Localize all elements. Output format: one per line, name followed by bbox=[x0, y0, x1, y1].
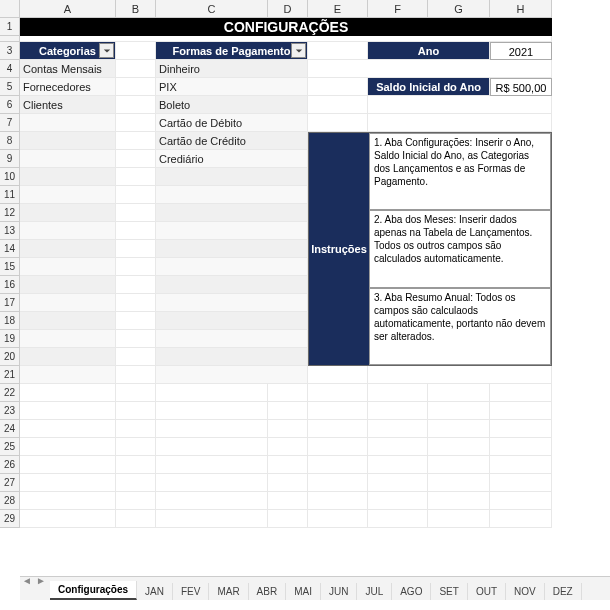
categoria-item[interactable] bbox=[20, 348, 116, 366]
row-header-9[interactable]: 9 bbox=[0, 150, 20, 168]
row-header-15[interactable]: 15 bbox=[0, 258, 20, 276]
categoria-item[interactable] bbox=[20, 150, 116, 168]
row-header-17[interactable]: 17 bbox=[0, 294, 20, 312]
row-header-12[interactable]: 12 bbox=[0, 204, 20, 222]
sheet-tab-configurações[interactable]: Configurações bbox=[50, 581, 137, 600]
forma-item[interactable] bbox=[156, 348, 308, 366]
forma-item[interactable]: Cartão de Crédito bbox=[156, 132, 308, 150]
categoria-item[interactable] bbox=[20, 312, 116, 330]
forma-item[interactable] bbox=[156, 276, 308, 294]
forma-item[interactable] bbox=[156, 186, 308, 204]
spreadsheet-grid: ABCDEFGH 1234567891011121314151617181920… bbox=[0, 0, 610, 610]
forma-item[interactable]: Cartão de Débito bbox=[156, 114, 308, 132]
row-header-5[interactable]: 5 bbox=[0, 78, 20, 96]
categoria-item[interactable] bbox=[20, 222, 116, 240]
categoria-item[interactable]: Fornecedores bbox=[20, 78, 116, 96]
categoria-item[interactable]: Clientes bbox=[20, 96, 116, 114]
tab-prev-icon[interactable]: ◄ bbox=[22, 575, 32, 586]
saldo-value[interactable]: R$ 500,00 bbox=[490, 78, 552, 96]
forma-item[interactable]: Crediário bbox=[156, 150, 308, 168]
sheet-tab-set[interactable]: SET bbox=[431, 583, 467, 600]
col-header-B[interactable]: B bbox=[116, 0, 156, 18]
sheet-tab-abr[interactable]: ABR bbox=[249, 583, 287, 600]
forma-item[interactable] bbox=[156, 168, 308, 186]
row-header-23[interactable]: 23 bbox=[0, 402, 20, 420]
row-header-28[interactable]: 28 bbox=[0, 492, 20, 510]
formas-header[interactable]: Formas de Pagamento bbox=[156, 42, 308, 60]
cell-content[interactable]: CONFIGURAÇÕESCategoriasFormas de Pagamen… bbox=[20, 18, 610, 528]
row-header-11[interactable]: 11 bbox=[0, 186, 20, 204]
col-header-F[interactable]: F bbox=[368, 0, 428, 18]
row-header-27[interactable]: 27 bbox=[0, 474, 20, 492]
row-header-26[interactable]: 26 bbox=[0, 456, 20, 474]
col-header-C[interactable]: C bbox=[156, 0, 268, 18]
row-header-18[interactable]: 18 bbox=[0, 312, 20, 330]
categoria-item[interactable] bbox=[20, 330, 116, 348]
col-header-D[interactable]: D bbox=[268, 0, 308, 18]
tab-next-icon[interactable]: ► bbox=[36, 575, 46, 586]
instrucoes-box: Instruções1. Aba Configurações: Inserir … bbox=[308, 132, 552, 366]
row-header-10[interactable]: 10 bbox=[0, 168, 20, 186]
col-header-H[interactable]: H bbox=[490, 0, 552, 18]
row-header-19[interactable]: 19 bbox=[0, 330, 20, 348]
sheet-tab-fev[interactable]: FEV bbox=[173, 583, 209, 600]
categoria-item[interactable] bbox=[20, 294, 116, 312]
sheet-tab-jul[interactable]: JUL bbox=[357, 583, 392, 600]
sheet-tab-jun[interactable]: JUN bbox=[321, 583, 357, 600]
select-all-corner[interactable] bbox=[0, 0, 20, 18]
sheet-tab-out[interactable]: OUT bbox=[468, 583, 506, 600]
forma-item[interactable] bbox=[156, 204, 308, 222]
forma-item[interactable]: Dinheiro bbox=[156, 60, 308, 78]
forma-item[interactable]: Boleto bbox=[156, 96, 308, 114]
forma-item[interactable] bbox=[156, 222, 308, 240]
forma-item[interactable]: PIX bbox=[156, 78, 308, 96]
instrucoes-block: 3. Aba Resumo Anual: Todos os campos são… bbox=[369, 288, 551, 365]
categoria-item[interactable] bbox=[20, 168, 116, 186]
sheet-tab-mai[interactable]: MAI bbox=[286, 583, 321, 600]
row-header-24[interactable]: 24 bbox=[0, 420, 20, 438]
col-header-A[interactable]: A bbox=[20, 0, 116, 18]
row-header-14[interactable]: 14 bbox=[0, 240, 20, 258]
formas-filter-icon[interactable] bbox=[291, 43, 306, 58]
categoria-item[interactable] bbox=[20, 366, 116, 384]
forma-item[interactable] bbox=[156, 312, 308, 330]
row-header-6[interactable]: 6 bbox=[0, 96, 20, 114]
col-header-G[interactable]: G bbox=[428, 0, 490, 18]
forma-item[interactable] bbox=[156, 330, 308, 348]
forma-item[interactable] bbox=[156, 366, 308, 384]
categoria-item[interactable] bbox=[20, 276, 116, 294]
categoria-item[interactable] bbox=[20, 132, 116, 150]
row-header-13[interactable]: 13 bbox=[0, 222, 20, 240]
categoria-item[interactable] bbox=[20, 114, 116, 132]
row-header-21[interactable]: 21 bbox=[0, 366, 20, 384]
categoria-item[interactable] bbox=[20, 204, 116, 222]
row-header-3[interactable]: 3 bbox=[0, 42, 20, 60]
row-header-4[interactable]: 4 bbox=[0, 60, 20, 78]
sheet-tabs: ◄ ► ConfiguraçõesJANFEVMARABRMAIJUNJULAG… bbox=[20, 576, 610, 600]
categorias-header[interactable]: Categorias bbox=[20, 42, 116, 60]
sheet-tab-mar[interactable]: MAR bbox=[209, 583, 248, 600]
row-header-29[interactable]: 29 bbox=[0, 510, 20, 528]
col-header-E[interactable]: E bbox=[308, 0, 368, 18]
sheet-tab-jan[interactable]: JAN bbox=[137, 583, 173, 600]
forma-item[interactable] bbox=[156, 258, 308, 276]
sheet-tab-ago[interactable]: AGO bbox=[392, 583, 431, 600]
sheet-tab-nov[interactable]: NOV bbox=[506, 583, 545, 600]
categoria-item[interactable]: Contas Mensais bbox=[20, 60, 116, 78]
row-header-16[interactable]: 16 bbox=[0, 276, 20, 294]
row-header-1[interactable]: 1 bbox=[0, 18, 20, 36]
row-header-20[interactable]: 20 bbox=[0, 348, 20, 366]
row-header-8[interactable]: 8 bbox=[0, 132, 20, 150]
categoria-item[interactable] bbox=[20, 186, 116, 204]
ano-value[interactable]: 2021 bbox=[490, 42, 552, 60]
tab-nav[interactable]: ◄ ► bbox=[22, 575, 46, 586]
row-header-7[interactable]: 7 bbox=[0, 114, 20, 132]
categorias-filter-icon[interactable] bbox=[99, 43, 114, 58]
forma-item[interactable] bbox=[156, 294, 308, 312]
forma-item[interactable] bbox=[156, 240, 308, 258]
row-header-22[interactable]: 22 bbox=[0, 384, 20, 402]
sheet-tab-dez[interactable]: DEZ bbox=[545, 583, 582, 600]
categoria-item[interactable] bbox=[20, 240, 116, 258]
row-header-25[interactable]: 25 bbox=[0, 438, 20, 456]
categoria-item[interactable] bbox=[20, 258, 116, 276]
